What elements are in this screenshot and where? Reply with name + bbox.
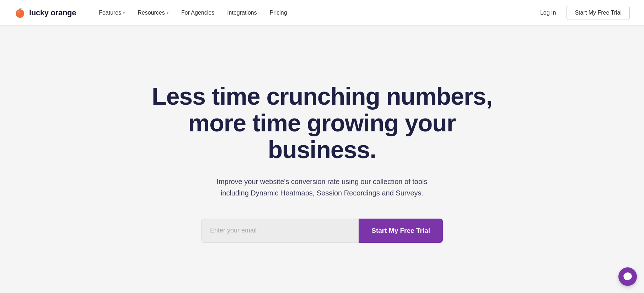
logo-icon (14, 7, 26, 19)
hero-cta-row: Start My Free Trial (201, 219, 443, 243)
nav-trial-button[interactable]: Start My Free Trial (567, 6, 630, 20)
nav-integrations-label: Integrations (227, 10, 257, 16)
hero-section: Less time crunching numbers, more time g… (0, 26, 644, 293)
hero-headline: Less time crunching numbers, more time g… (148, 83, 496, 163)
logo-link[interactable]: lucky orange (14, 7, 76, 19)
resources-chevron-icon: ▾ (167, 11, 168, 15)
svg-point-0 (16, 9, 24, 18)
svg-point-1 (17, 11, 20, 13)
features-chevron-icon: ▾ (123, 11, 125, 15)
chat-icon (623, 272, 633, 282)
nav-login-link[interactable]: Log In (535, 7, 561, 19)
nav-resources-label: Resources (138, 10, 165, 16)
nav-item-resources[interactable]: Resources ▾ (133, 7, 173, 19)
hero-headline-line2: more time growing your business. (188, 109, 456, 163)
email-input[interactable] (201, 219, 359, 243)
nav-item-integrations[interactable]: Integrations (222, 7, 262, 19)
nav-pricing-label: Pricing (270, 10, 287, 16)
hero-subtext: Improve your website's conversion rate u… (212, 176, 432, 199)
nav-item-pricing[interactable]: Pricing (265, 7, 292, 19)
nav-item-features[interactable]: Features ▾ (94, 7, 130, 19)
hero-headline-line1: Less time crunching numbers, (152, 83, 492, 110)
brand-name: lucky orange (29, 8, 76, 17)
nav-links: Features ▾ Resources ▾ For Agencies Inte… (94, 7, 535, 19)
nav-features-label: Features (99, 10, 121, 16)
chat-bubble-button[interactable] (618, 267, 637, 286)
nav-right: Log In Start My Free Trial (535, 6, 630, 20)
hero-trial-button[interactable]: Start My Free Trial (359, 219, 443, 243)
nav-agencies-label: For Agencies (181, 10, 214, 16)
nav-item-agencies[interactable]: For Agencies (176, 7, 219, 19)
navbar: lucky orange Features ▾ Resources ▾ For … (0, 0, 644, 26)
